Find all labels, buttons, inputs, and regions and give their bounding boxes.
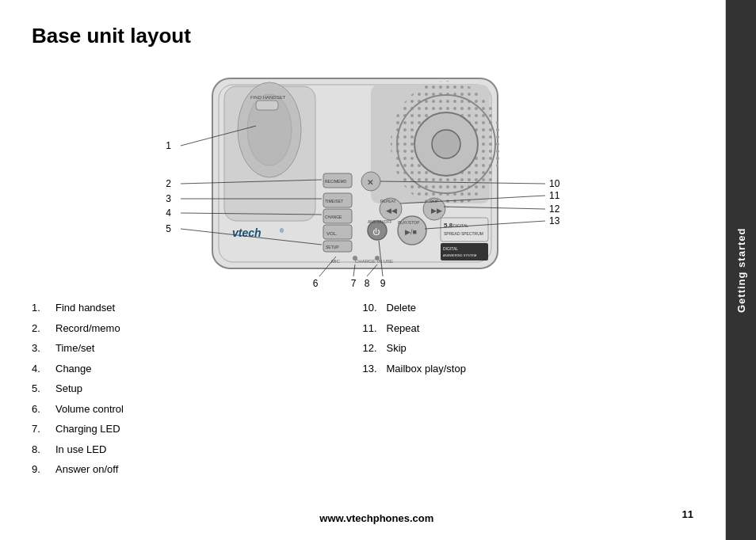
svg-text:SKIP: SKIP: [430, 199, 439, 203]
svg-text:4: 4: [166, 207, 171, 219]
sidebar: Getting started: [726, 0, 756, 540]
legend-num: 13.: [363, 361, 387, 377]
diagram-svg: vtech ® REC/MEMO ✕ TIME/SET CHANGE VOL.: [109, 63, 617, 292]
list-item: 5. Setup: [32, 381, 363, 397]
svg-text:✕: ✕: [367, 178, 373, 187]
svg-text:ANSWERING SYSTEM: ANSWERING SYSTEM: [443, 253, 476, 257]
legend-area: 1. Find handset 2. Record/memo 3. Time/s…: [32, 300, 693, 482]
svg-text:VOL.: VOL.: [326, 231, 338, 236]
list-item: 8. In use LED: [32, 442, 363, 458]
page-number: 11: [682, 508, 693, 520]
svg-point-9: [432, 130, 460, 158]
legend-text: Mailbox play/stop: [387, 361, 466, 377]
svg-text:REPEAT: REPEAT: [380, 199, 396, 203]
svg-text:MIC: MIC: [331, 259, 341, 264]
svg-text:8: 8: [364, 278, 369, 289]
svg-text:9: 9: [380, 278, 385, 289]
diagram-wrapper: vtech ® REC/MEMO ✕ TIME/SET CHANGE VOL.: [109, 63, 617, 292]
legend-text: Answer on/off: [55, 462, 118, 477]
svg-point-49: [375, 256, 380, 260]
list-item: 3. Time/set: [32, 340, 363, 356]
list-item: 2. Record/memo: [32, 321, 363, 337]
svg-text:2: 2: [166, 178, 171, 189]
svg-text:ANS.ON/OFF: ANS.ON/OFF: [368, 219, 392, 224]
page-title: Base unit layout: [32, 24, 693, 48]
legend-text: In use LED: [55, 442, 106, 458]
legend-col-left: 1. Find handset 2. Record/memo 3. Time/s…: [32, 300, 363, 482]
svg-text:⏻: ⏻: [372, 228, 380, 236]
svg-text:5: 5: [166, 223, 171, 234]
legend-num: 9.: [32, 462, 55, 477]
legend-num: 3.: [32, 340, 55, 356]
legend-num: 8.: [32, 442, 55, 458]
legend-num: 2.: [32, 321, 55, 337]
list-item: 13. Mailbox play/stop: [363, 361, 694, 377]
svg-text:FIND HANDSET: FIND HANDSET: [250, 95, 286, 100]
svg-text:12: 12: [549, 203, 560, 215]
svg-text:PLAY/STOP: PLAY/STOP: [398, 220, 420, 225]
legend-num: 12.: [363, 340, 387, 356]
svg-rect-52: [256, 101, 278, 110]
legend-num: 10.: [363, 300, 387, 316]
legend-text: Find handset: [55, 300, 115, 316]
list-item: 4. Change: [32, 361, 363, 377]
svg-point-47: [353, 256, 357, 260]
list-item: 6. Volume control: [32, 401, 363, 417]
svg-text:10: 10: [549, 178, 560, 189]
svg-text:SETUP: SETUP: [326, 245, 339, 249]
list-item: 1. Find handset: [32, 300, 363, 316]
list-item: 12. Skip: [363, 340, 694, 356]
legend-num: 4.: [32, 361, 55, 377]
legend-num: 7.: [32, 421, 55, 437]
svg-text:REC/MEMO: REC/MEMO: [325, 179, 347, 184]
legend-text: Repeat: [387, 321, 420, 337]
legend-col-right: 10. Delete 11. Repeat 12. Skip 13. Mailb…: [363, 300, 694, 482]
legend-text: Time/set: [55, 340, 94, 356]
svg-text:CHANGE: CHANGE: [325, 215, 342, 219]
svg-text:SPREAD SPECTRUM: SPREAD SPECTRUM: [444, 231, 483, 236]
svg-text:▶▶: ▶▶: [431, 207, 442, 215]
sidebar-label: Getting started: [735, 227, 747, 312]
list-item: 11. Repeat: [363, 321, 694, 337]
legend-text: Volume control: [55, 401, 124, 417]
legend-text: Charging LED: [55, 421, 120, 437]
list-item: 10. Delete: [363, 300, 694, 316]
list-item: 9. Answer on/off: [32, 462, 363, 477]
svg-text:▶/■: ▶/■: [405, 228, 417, 236]
svg-text:11: 11: [549, 190, 560, 201]
svg-text:7: 7: [350, 278, 356, 289]
footer-url: www.vtechphones.com: [71, 512, 682, 524]
list-item: 7. Charging LED: [32, 421, 363, 437]
svg-text:◀◀: ◀◀: [386, 207, 397, 215]
legend-num: 11.: [363, 321, 387, 337]
legend-text: Record/memo: [55, 321, 120, 337]
svg-text:13: 13: [549, 215, 560, 226]
svg-text:IN USE: IN USE: [377, 259, 393, 264]
legend-text: Change: [55, 361, 92, 377]
svg-text:6: 6: [312, 278, 318, 289]
svg-text:CHARGE: CHARGE: [355, 259, 376, 264]
main-content: Base unit layout: [0, 0, 726, 540]
svg-text:DIGITAL: DIGITAL: [453, 223, 468, 228]
svg-text:®: ®: [280, 228, 284, 234]
svg-text:DIGITAL: DIGITAL: [443, 246, 458, 251]
legend-num: 1.: [32, 300, 55, 316]
svg-text:1: 1: [166, 140, 171, 151]
legend-num: 6.: [32, 401, 55, 417]
legend-text: Setup: [55, 381, 82, 397]
legend-text: Delete: [387, 300, 417, 316]
svg-text:3: 3: [166, 193, 171, 204]
svg-text:TIME/SET: TIME/SET: [325, 199, 343, 203]
legend-text: Skip: [387, 340, 407, 356]
legend-num: 5.: [32, 381, 55, 397]
